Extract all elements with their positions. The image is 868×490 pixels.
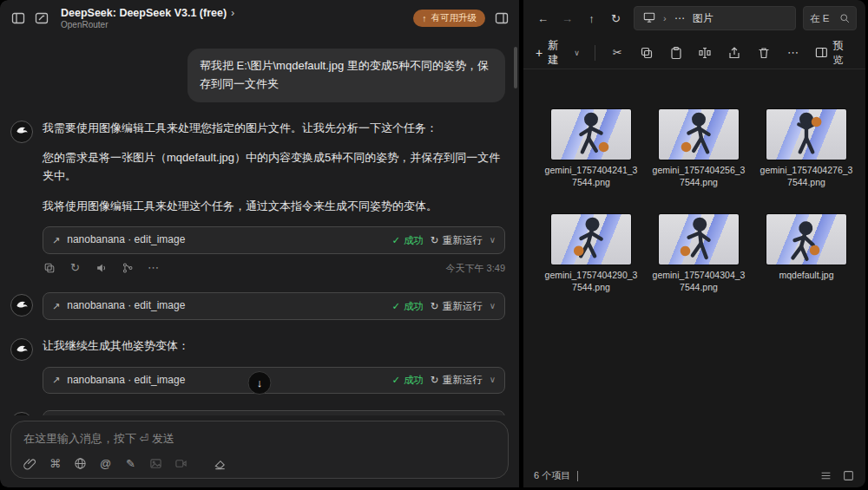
clear-context-icon[interactable] (214, 457, 227, 470)
image-icon[interactable] (149, 457, 162, 470)
status-divider (577, 471, 578, 481)
more-icon[interactable]: ⋯ (786, 45, 800, 60)
file-name: gemini_1757404256_37544.png (652, 165, 746, 188)
search-box[interactable]: 在 E (803, 6, 857, 30)
file-item[interactable]: gemini_1757404304_37544.png (645, 214, 753, 293)
expand-icon[interactable]: ∨ (490, 373, 496, 388)
share-icon[interactable] (727, 45, 742, 60)
user-message-row: 帮我把 E:\图片\mqdefault.jpg 里的变成5种不同的姿势，保存到同… (10, 49, 505, 102)
address-bar[interactable]: › ⋯ 图片 (634, 6, 796, 30)
model-title: DeepSeek: DeepSeek V3.1 (free) (61, 7, 227, 19)
expand-icon[interactable]: ∨ (490, 299, 496, 314)
video-icon[interactable] (174, 457, 187, 470)
forward-icon[interactable]: → (556, 8, 578, 29)
rerun-icon: ↻ (431, 298, 439, 315)
attach-icon[interactable] (23, 457, 36, 470)
cut-icon[interactable]: ✂ (610, 45, 625, 60)
tool-rerun-button[interactable]: ↻ 重新运行 (431, 372, 483, 389)
chat-area: 帮我把 E:\图片\mqdefault.jpg 里的变成5种不同的姿势，保存到同… (0, 36, 519, 415)
file-thumbnail (766, 109, 846, 160)
copy-icon[interactable] (640, 45, 654, 60)
file-item[interactable]: mqdefault.jpg (753, 214, 860, 293)
new-chat-icon[interactable] (34, 11, 49, 26)
file-name: gemini_1757404241_37544.png (544, 165, 638, 188)
tool-icon: ↗ (52, 372, 60, 388)
assistant-message-body: ↗ nanobanana · edit_image ✓ 成功 ↻ 重新运行 ∨ (43, 292, 505, 320)
large-icons-view-icon[interactable] (841, 469, 855, 483)
sidebar-toggle-icon[interactable] (10, 11, 25, 26)
web-search-icon[interactable] (74, 457, 87, 470)
this-pc-icon (643, 11, 655, 26)
tool-rerun-button[interactable]: ↻ 重新运行 (431, 232, 483, 249)
tool-label: nanobanana · edit_image (67, 297, 185, 315)
upgrade-badge[interactable]: ↑ 有可用升级 (413, 10, 485, 27)
breadcrumb-current[interactable]: 图片 (693, 11, 713, 26)
check-icon: ✓ (391, 372, 400, 389)
delete-icon[interactable] (756, 45, 771, 60)
plus-icon: + (536, 46, 542, 60)
chat-window: DeepSeek: DeepSeek V3.1 (free) › OpenRou… (0, 0, 519, 487)
chevron-right-icon: › (231, 7, 234, 19)
toolbar-divider (595, 45, 595, 61)
message-actions: ↻ ⋯ 今天下午 3:49 (43, 260, 505, 276)
deepseek-avatar (10, 412, 33, 415)
deepseek-avatar (10, 294, 33, 317)
file-explorer-window: ← → ↑ ↻ › ⋯ 图片 在 E + 新建 ∨ (523, 0, 865, 487)
back-icon[interactable]: ← (532, 8, 554, 29)
rerun-icon: ↻ (431, 232, 439, 249)
search-icon (839, 13, 850, 23)
assistant-message: ↗ nanobanana · edit_image ✓ 成功 ↻ 重新运行 ∨ (10, 292, 505, 320)
rename-icon[interactable] (698, 45, 713, 60)
tool-rerun-button[interactable]: ↻ 重新运行 (431, 298, 483, 315)
tool-call-row[interactable]: ↗ nanobanana · edit_image ✓ 成功 ↻ 重新运行 ∨ (43, 410, 505, 415)
panel-right-icon[interactable] (494, 11, 509, 26)
tool-call-row[interactable]: ↗ nanobanana · edit_image ✓ 成功 ↻ 重新运行 ∨ (43, 226, 505, 254)
scroll-to-bottom-button[interactable]: ↓ (248, 371, 272, 395)
file-item[interactable]: gemini_1757404276_37544.png (753, 109, 860, 188)
check-icon: ✓ (391, 298, 400, 315)
arrow-down-icon: ↓ (257, 376, 263, 389)
paste-icon[interactable] (668, 45, 683, 60)
file-item[interactable]: gemini_1757404290_37544.png (537, 214, 645, 293)
message-input[interactable]: 在这里输入消息，按下 ⏎ 发送 ⌘ @ ✎ (10, 421, 509, 479)
breadcrumb-overflow[interactable]: ⋯ (674, 12, 685, 24)
pen-icon[interactable]: ✎ (124, 457, 137, 470)
explorer-nav: ← → ↑ ↻ › ⋯ 图片 在 E (523, 0, 865, 36)
regenerate-icon[interactable]: ↻ (69, 262, 82, 275)
tool-label: nanobanana · edit_image (67, 372, 185, 389)
details-view-icon[interactable] (819, 469, 832, 483)
refresh-icon[interactable]: ↻ (605, 8, 627, 29)
explorer-toolbar: + 新建 ∨ ✂ ⋯ 预览 (523, 36, 865, 69)
scrollbar[interactable] (514, 47, 517, 88)
mention-icon[interactable]: @ (99, 457, 112, 470)
tool-call-row[interactable]: ↗ nanobanana · edit_image ✓ 成功 ↻ 重新运行 ∨ (43, 292, 505, 320)
search-input[interactable]: 在 E (810, 12, 829, 25)
assistant-message-body: 我需要使用图像编辑工具来处理您指定的图片文件。让我先分析一下这个任务： 您的需求… (43, 119, 505, 277)
assistant-paragraph: 我需要使用图像编辑工具来处理您指定的图片文件。让我先分析一下这个任务： (43, 119, 505, 137)
timestamp: 今天下午 3:49 (446, 260, 505, 276)
tool-rerun-label: 重新运行 (443, 372, 483, 389)
shortcut-icon[interactable]: ⌘ (49, 457, 62, 470)
more-icon[interactable]: ⋯ (147, 262, 160, 275)
branch-icon[interactable] (121, 262, 134, 275)
preview-toggle[interactable]: 预览 (815, 38, 853, 68)
tool-status-label: 成功 (404, 298, 424, 315)
chevron-right-icon: › (663, 13, 667, 23)
model-selector[interactable]: DeepSeek: DeepSeek V3.1 (free) › OpenRou… (61, 7, 234, 29)
tool-icon: ↗ (52, 298, 60, 314)
copy-icon[interactable] (43, 262, 56, 275)
file-name: gemini_1757404304_37544.png (652, 270, 746, 293)
tool-label: nanobanana · edit_image (67, 232, 185, 249)
deepseek-avatar (10, 121, 33, 143)
provider-label: OpenRouter (61, 20, 234, 29)
file-item[interactable]: gemini_1757404256_37544.png (645, 109, 753, 188)
up-icon[interactable]: ↑ (581, 8, 602, 29)
new-button[interactable]: + 新建 ∨ (536, 38, 580, 68)
desktop: DeepSeek: DeepSeek V3.1 (free) › OpenRou… (0, 0, 865, 487)
tool-call-row[interactable]: ↗ nanobanana · edit_image ✓ 成功 ↻ 重新运行 ∨ (43, 367, 505, 395)
item-count: 6 个项目 (534, 469, 570, 482)
assistant-paragraph: 您的需求是将一张图片（mqdefault.jpg）中的内容变换成5种不同的姿势，… (43, 148, 505, 186)
expand-icon[interactable]: ∨ (490, 233, 496, 248)
file-item[interactable]: gemini_1757404241_37544.png (537, 109, 645, 188)
speak-icon[interactable] (95, 262, 108, 275)
